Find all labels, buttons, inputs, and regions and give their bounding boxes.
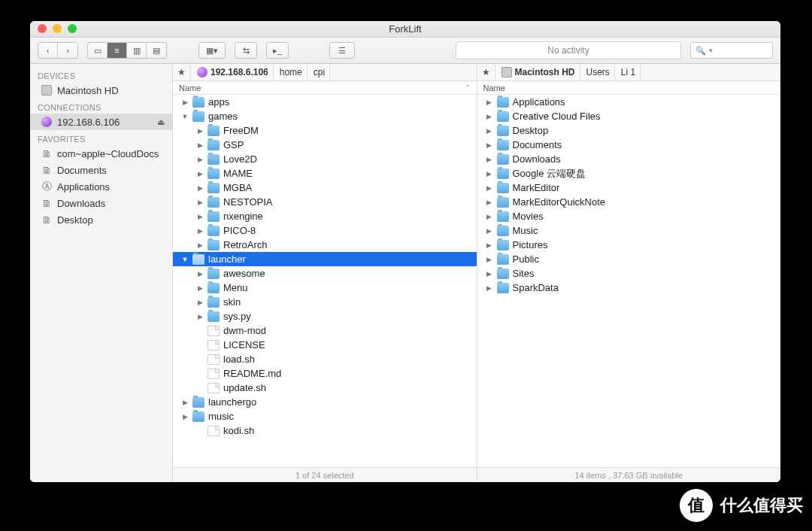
favorite-star-icon[interactable]: ★ (477, 64, 495, 80)
sidebar-item[interactable]: ⒶApplications (30, 178, 172, 195)
list-item[interactable]: ▶Love2D (173, 152, 477, 166)
disclosure-icon[interactable]: ▶ (485, 113, 494, 120)
disclosure-icon[interactable]: ▶ (180, 99, 189, 106)
breadcrumb[interactable]: Users (580, 64, 615, 80)
disclosure-icon[interactable]: ▶ (485, 184, 494, 192)
sidebar-item[interactable]: 🗎Downloads (30, 195, 172, 211)
list-item[interactable]: ▶Music (477, 223, 781, 238)
sidebar-item[interactable]: Macintosh HD (30, 82, 172, 99)
disclosure-icon[interactable]: ▶ (485, 99, 494, 106)
view-icon-icon[interactable]: ▭ (88, 43, 108, 58)
disclosure-icon[interactable]: ▼ (180, 256, 189, 263)
sidebar-item[interactable]: 🗎Documents (30, 162, 172, 178)
view-gallery-icon[interactable]: ▤ (147, 43, 166, 58)
disclosure-icon[interactable]: ▶ (195, 213, 205, 220)
disclosure-icon[interactable]: ▶ (195, 170, 205, 178)
list-item[interactable]: ▶Sites (477, 266, 781, 281)
list-item[interactable]: kodi.sh (173, 423, 477, 438)
list-item[interactable]: ▶Downloads (477, 152, 781, 166)
disclosure-icon[interactable]: ▶ (195, 227, 205, 235)
sync-button[interactable]: ⇆ (235, 42, 257, 59)
list-item[interactable]: ▶RetroArch (173, 238, 477, 252)
breadcrumb[interactable]: Li 1 (615, 64, 641, 80)
list-item[interactable]: ▶NESTOPIA (173, 195, 477, 209)
disclosure-icon[interactable]: ▶ (195, 270, 205, 278)
list-item[interactable]: ▶skin (173, 295, 477, 309)
disclosure-icon[interactable]: ▶ (485, 199, 494, 206)
search-input[interactable]: 🔍▾ (690, 42, 773, 59)
disclosure-icon[interactable]: ▶ (485, 256, 494, 263)
list-item[interactable]: ▶Menu (173, 281, 477, 295)
sidebar-item[interactable]: 🗎com~apple~CloudDocs (30, 145, 172, 162)
minimize-icon[interactable] (53, 24, 62, 33)
list-item[interactable]: ▶nxengine (173, 209, 477, 223)
eject-icon[interactable]: ⏏ (157, 117, 165, 127)
list-item[interactable]: ▶MGBA (173, 181, 477, 195)
disclosure-icon[interactable]: ▶ (195, 299, 205, 306)
breadcrumb[interactable]: cpi (308, 64, 330, 80)
disclosure-icon[interactable]: ▶ (195, 184, 205, 192)
forward-button[interactable]: › (58, 43, 77, 58)
disclosure-icon[interactable]: ▶ (195, 241, 205, 249)
disclosure-icon[interactable]: ▼ (180, 113, 189, 120)
list-item[interactable]: ▶apps (173, 95, 477, 109)
menu-button[interactable]: ☰ (329, 42, 355, 59)
list-item[interactable]: ▶sys.py (173, 309, 477, 323)
back-button[interactable]: ‹ (38, 43, 58, 58)
list-item[interactable]: ▶Pictures (477, 238, 781, 252)
list-item[interactable]: README.md (173, 366, 477, 381)
list-item[interactable]: ▶MarkEditorQuickNote (477, 195, 781, 209)
disclosure-icon[interactable]: ▶ (195, 127, 205, 135)
disclosure-icon[interactable]: ▶ (485, 213, 494, 220)
disclosure-icon[interactable]: ▶ (485, 241, 494, 249)
action-dropdown[interactable]: ▦▾ (198, 42, 226, 59)
list-item[interactable]: ▶MAME (173, 166, 477, 181)
breadcrumb[interactable]: home (274, 64, 308, 80)
list-item[interactable]: ▼games (173, 109, 477, 123)
disclosure-icon[interactable]: ▶ (485, 156, 494, 163)
close-icon[interactable] (38, 24, 47, 33)
disclosure-icon[interactable]: ▶ (485, 141, 494, 149)
titlebar[interactable]: ForkLift (30, 21, 780, 38)
disclosure-icon[interactable]: ▶ (485, 227, 494, 235)
disclosure-icon[interactable]: ▶ (485, 270, 494, 278)
list-item[interactable]: ▶Public (477, 252, 781, 266)
zoom-icon[interactable] (68, 24, 77, 33)
breadcrumb[interactable]: 192.168.6.106 (191, 64, 274, 80)
list-item[interactable]: ▶Desktop (477, 123, 781, 138)
list-item[interactable]: ▶awesome (173, 266, 477, 281)
list-item[interactable]: ▶Applications (477, 95, 781, 109)
column-header[interactable]: Name (477, 81, 781, 95)
list-item[interactable]: ▶Creative Cloud Files (477, 109, 781, 123)
disclosure-icon[interactable]: ▶ (485, 170, 494, 178)
list-item[interactable]: ▶FreeDM (173, 123, 477, 138)
list-item[interactable]: update.sh (173, 381, 477, 395)
list-item[interactable]: ▶GSP (173, 138, 477, 152)
column-header[interactable]: Name⌃ (173, 81, 477, 95)
disclosure-icon[interactable]: ▶ (485, 127, 494, 135)
disclosure-icon[interactable]: ▶ (195, 313, 205, 320)
disclosure-icon[interactable]: ▶ (195, 141, 205, 149)
list-item[interactable]: load.sh (173, 352, 477, 366)
list-item[interactable]: ▶SparkData (477, 281, 781, 295)
list-item[interactable]: dwm-mod (173, 323, 477, 338)
breadcrumb[interactable]: Macintosh HD (495, 64, 580, 80)
view-list-icon[interactable]: ≡ (108, 43, 127, 58)
disclosure-icon[interactable]: ▶ (180, 413, 189, 420)
terminal-button[interactable]: ▸_ (266, 42, 289, 59)
list-item[interactable]: LICENSE (173, 338, 477, 352)
sidebar-item[interactable]: 🗎Desktop (30, 211, 172, 228)
favorite-star-icon[interactable]: ★ (173, 64, 191, 80)
list-item[interactable]: ▶PICO-8 (173, 223, 477, 238)
disclosure-icon[interactable]: ▶ (195, 156, 205, 163)
view-column-icon[interactable]: ▥ (127, 43, 147, 58)
disclosure-icon[interactable]: ▶ (485, 284, 494, 292)
disclosure-icon[interactable]: ▶ (180, 399, 189, 406)
sidebar-item[interactable]: 192.168.6.106⏏ (30, 114, 172, 130)
list-item[interactable]: ▶MarkEditor (477, 181, 781, 195)
list-item[interactable]: ▶Movies (477, 209, 781, 223)
disclosure-icon[interactable]: ▶ (195, 199, 205, 206)
list-item[interactable]: ▶Google 云端硬盘 (477, 166, 781, 181)
list-item[interactable]: ▶music (173, 409, 477, 423)
list-item[interactable]: ▶Documents (477, 138, 781, 152)
